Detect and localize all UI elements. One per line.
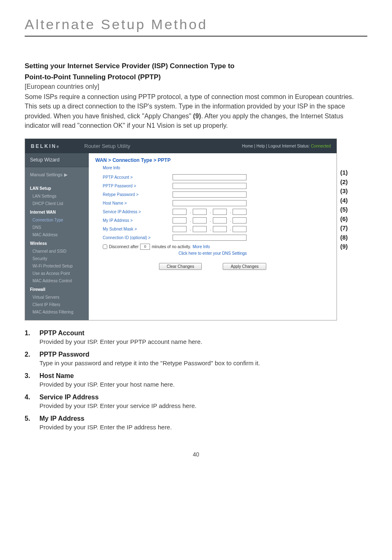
my-ip-group: . . . xyxy=(173,217,248,224)
list-item-title: PPTP Password xyxy=(39,351,367,358)
dot-icon: . xyxy=(210,218,211,223)
my-ip-octet-2[interactable] xyxy=(193,217,207,224)
my-ip-octet-4[interactable] xyxy=(233,217,247,224)
header-links-prefix[interactable]: Home | Help | Logout Internet Status: xyxy=(242,144,311,148)
brand-reg: ® xyxy=(57,145,60,148)
sidebar-item-dhcp-client-list[interactable]: DHCP Client List xyxy=(25,200,89,207)
header-links: Home | Help | Logout Internet Status: Co… xyxy=(242,144,331,148)
apply-changes-button[interactable]: Apply Changes xyxy=(223,263,266,270)
host-name-label: Host Name > xyxy=(103,201,173,205)
breadcrumb: WAN > Connection Type > PPTP xyxy=(95,157,330,163)
my-ip-label: My IP Address > xyxy=(103,218,173,223)
sidebar-item-virtual-servers[interactable]: Virtual Servers xyxy=(25,294,89,301)
connection-id-input[interactable] xyxy=(173,235,247,241)
sidebar-group-wireless: Wireless xyxy=(25,239,89,248)
service-ip-octet-2[interactable] xyxy=(193,209,207,215)
subnet-mask-label: My Subnet Mask > xyxy=(103,227,173,231)
page-number: 40 xyxy=(25,451,367,458)
list-item: 1. PPTP Account Provided by your ISP. En… xyxy=(25,330,367,346)
numbered-list: 1. PPTP Account Provided by your ISP. En… xyxy=(25,330,367,431)
sidebar-group-firewall: Firewall xyxy=(25,285,89,294)
subnet-mask-group: . . . xyxy=(173,226,248,232)
sidebar-item-access-point[interactable]: Use as Access Point xyxy=(25,270,89,277)
disconnect-suffix: minutes of no activity. xyxy=(152,244,191,249)
internet-status: Connected xyxy=(311,144,331,148)
pptp-account-input[interactable] xyxy=(173,174,247,180)
my-ip-octet-1[interactable] xyxy=(173,217,187,224)
screenshot-header: BELKIN® Router Setup Utility Home | Help… xyxy=(25,139,337,153)
sidebar-item-channel-ssid[interactable]: Channel and SSID xyxy=(25,248,89,255)
sidebar-item-wps[interactable]: Wi-Fi Protected Setup xyxy=(25,263,89,270)
callout-9: (9) xyxy=(340,242,348,251)
sidebar-group-wan: Internet WAN xyxy=(25,207,89,217)
sidebar-item-connection-type[interactable]: Connection Type xyxy=(25,217,89,224)
chevron-right-icon: ▶ xyxy=(64,171,67,179)
dot-icon: . xyxy=(230,218,231,223)
service-ip-octet-3[interactable] xyxy=(213,209,227,215)
callout-6: (6) xyxy=(340,214,348,224)
disconnect-label: Disconnect after xyxy=(109,244,138,249)
list-item-number: 4. xyxy=(25,394,39,410)
dot-icon: . xyxy=(210,210,211,214)
connection-id-label: Connection ID (optional) > xyxy=(103,235,173,240)
sidebar-group-lan: LAN Setup xyxy=(25,184,89,193)
retype-password-label: Retype Password > xyxy=(103,192,173,197)
service-ip-octet-4[interactable] xyxy=(233,209,247,215)
section-heading-line-1: Setting your Internet Service Provider (… xyxy=(25,61,367,71)
subnet-octet-3[interactable] xyxy=(213,226,227,232)
list-item-text: Provided by your ISP. Enter your PPTP ac… xyxy=(39,337,367,346)
subnet-octet-2[interactable] xyxy=(193,226,207,232)
pptp-password-label: PPTP Password > xyxy=(103,184,173,188)
subnet-octet-4[interactable] xyxy=(233,226,247,232)
clear-changes-button[interactable]: Clear Changes xyxy=(159,263,202,270)
section-body: Some ISPs require a connection using PPT… xyxy=(25,92,367,130)
list-item-number: 1. xyxy=(25,330,39,346)
callout-5: (5) xyxy=(340,205,348,214)
sidebar-item-client-ip-filters[interactable]: Client IP Filters xyxy=(25,301,89,309)
list-item-text: Provided by your ISP. Enter the IP addre… xyxy=(39,423,367,431)
sidebar-item-mac-filtering[interactable]: MAC Address Filtering xyxy=(25,309,89,316)
service-ip-label: Service IP Address > xyxy=(103,210,173,214)
brand-logo: BELKIN® xyxy=(31,143,84,149)
callout-8: (8) xyxy=(340,233,348,242)
manual-settings-button[interactable]: Manual Settings▶ xyxy=(25,167,89,184)
callout-1: (1) xyxy=(340,168,348,177)
router-screenshot: BELKIN® Router Setup Utility Home | Help… xyxy=(25,138,337,320)
retype-password-input[interactable] xyxy=(173,191,247,198)
sidebar-item-security[interactable]: Security xyxy=(25,255,89,263)
dot-icon: . xyxy=(210,227,211,231)
section-body-ref: (9) xyxy=(193,113,201,120)
my-ip-octet-3[interactable] xyxy=(213,217,227,224)
disconnect-more-info-link[interactable]: More Info xyxy=(193,244,210,249)
sidebar-item-lan-settings[interactable]: LAN Settings xyxy=(25,193,89,200)
sidebar-item-dns[interactable]: DNS xyxy=(25,224,89,231)
dot-icon: . xyxy=(190,210,191,214)
list-item-number: 2. xyxy=(25,351,39,367)
list-item-number: 5. xyxy=(25,415,39,431)
host-name-input[interactable] xyxy=(173,200,247,206)
section-heading-line-2: Point-to-Point Tunneling Protocol (PPTP) xyxy=(25,72,367,83)
section-subnote: [European countries only] xyxy=(25,83,367,90)
list-item-text: Provided by your ISP. Enter your host na… xyxy=(39,380,367,389)
content-panel: WAN > Connection Type > PPTP More Info P… xyxy=(89,153,337,320)
pptp-password-input[interactable] xyxy=(173,183,247,189)
list-item-number: 3. xyxy=(25,372,39,389)
setup-wizard-button[interactable]: Setup Wizard xyxy=(25,153,89,167)
subnet-octet-1[interactable] xyxy=(173,226,187,232)
service-ip-octet-1[interactable] xyxy=(173,209,187,215)
sidebar-item-mac-control[interactable]: MAC Address Control xyxy=(25,277,89,285)
list-item-title: My IP Address xyxy=(39,415,367,422)
dot-icon: . xyxy=(190,218,191,223)
dns-settings-link[interactable]: Click here to enter your DNS Settings xyxy=(95,251,330,256)
callout-column: (1) (2) (3) (4) (5) (6) (7) (8) (9) xyxy=(337,138,348,320)
sidebar: Setup Wizard Manual Settings▶ LAN Setup … xyxy=(25,153,89,320)
callout-2: (2) xyxy=(340,177,348,187)
list-item-title: PPTP Account xyxy=(39,330,367,337)
more-info-link[interactable]: More Info xyxy=(103,166,330,170)
sidebar-item-mac-address[interactable]: MAC Address xyxy=(25,231,89,239)
disconnect-minutes-input[interactable]: 0 xyxy=(140,244,150,250)
disconnect-checkbox[interactable] xyxy=(103,244,107,249)
list-item-title: Host Name xyxy=(39,372,367,380)
list-item-text: Type in your password and retype it into… xyxy=(39,359,367,367)
dot-icon: . xyxy=(230,210,231,214)
